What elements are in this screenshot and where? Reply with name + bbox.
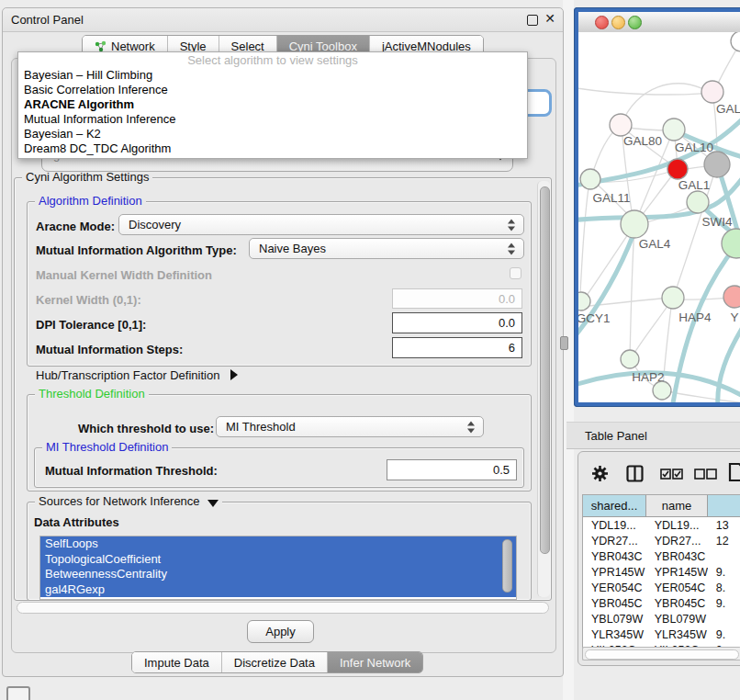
attribute-item[interactable]: BetweennessCentrality — [40, 567, 516, 582]
attribute-item[interactable]: gal4RGexp — [40, 582, 516, 598]
attribute-item[interactable]: TopologicalCoefficient — [40, 552, 516, 568]
mi-threshold-label: Mutual Information Threshold: — [45, 464, 218, 478]
table-row[interactable]: YDL19...YDL19...13 — [583, 517, 740, 533]
mi-type-combo[interactable]: Naive Bayes — [249, 238, 524, 259]
algorithm-option[interactable]: Bayesian – Hill Climbing — [18, 68, 527, 83]
network-window-titlebar[interactable] — [578, 12, 740, 33]
network-node-swi4[interactable] — [687, 191, 709, 213]
algorithm-option[interactable]: Bayesian – K2 — [18, 127, 527, 141]
table-row[interactable]: YBR043CYBR043C — [583, 548, 740, 564]
settings-scrollbar-track[interactable] — [537, 181, 550, 597]
sources-group-title[interactable]: Sources for Network Inference — [35, 494, 222, 508]
network-graph: GALGAL80GAL10GAL1GAL11SWI4GAL4GCY1HAP4YH… — [578, 32, 740, 402]
table-cell: 12 — [708, 535, 740, 548]
table-cell: 9. — [708, 566, 740, 579]
network-node-gal11[interactable] — [580, 169, 600, 189]
mi-threshold-group-title: MI Threshold Definition — [42, 440, 172, 454]
mi-steps-field[interactable]: 6 — [392, 337, 522, 358]
table-cell: YER054C — [583, 581, 646, 594]
attributes-scrollbar-thumb[interactable] — [502, 539, 512, 593]
select-all-checkboxes-icon[interactable] — [660, 469, 683, 480]
network-node-hap2[interactable] — [621, 350, 639, 368]
window-minimize-icon[interactable] — [611, 16, 625, 29]
network-node-hap4[interactable] — [662, 287, 684, 309]
network-node-y[interactable] — [723, 286, 740, 308]
network-node-gal4[interactable] — [621, 210, 648, 238]
table-cell: YDL19... — [583, 519, 646, 532]
attribute-item[interactable]: SelfLoops — [40, 536, 516, 552]
column-header-name[interactable]: name — [646, 495, 708, 516]
table-cell: YBR045C — [583, 597, 646, 610]
network-node[interactable] — [653, 381, 671, 400]
expand-right-icon — [230, 369, 238, 380]
network-node[interactable] — [722, 229, 740, 258]
network-node-gal[interactable] — [701, 81, 723, 103]
restore-panel-icon[interactable] — [6, 686, 30, 700]
network-node[interactable] — [704, 152, 730, 177]
table-cell: 9. — [708, 628, 740, 641]
table-cell: YBR043C — [646, 550, 708, 563]
table-hscrollbar-track[interactable] — [582, 647, 740, 660]
table-cell: YPR145W — [646, 566, 708, 579]
algorithm-option[interactable]: Mutual Information Inference — [18, 112, 527, 127]
dpi-tolerance-field[interactable]: 0.0 — [392, 312, 522, 333]
table-panel-titlebar: Table Panel — [566, 422, 740, 449]
table-row[interactable]: YBL079WYBL079W — [583, 611, 740, 627]
tab-discretize-data[interactable]: Discretize Data — [221, 652, 327, 672]
data-attributes-label: Data Attributes — [34, 515, 119, 529]
table-cell: YPR145W — [583, 566, 646, 579]
settings-hscrollbar[interactable] — [17, 602, 549, 614]
table-row[interactable]: YPR145WYPR145W9. — [583, 564, 740, 580]
tab-impute-data[interactable]: Impute Data — [132, 652, 221, 672]
table-row[interactable]: YDR27...YDR27...12 — [583, 533, 740, 548]
kernel-width-field[interactable]: 0.0 — [392, 288, 522, 309]
algorithm-option[interactable]: ARACNE Algorithm — [18, 97, 527, 112]
which-threshold-value: MI Threshold — [226, 420, 296, 434]
column-header-shared...[interactable]: shared... — [583, 495, 646, 516]
window-close-icon[interactable] — [595, 16, 609, 29]
network-node-gal1[interactable] — [667, 159, 688, 179]
network-edge — [622, 84, 712, 124]
new-table-icon[interactable] — [728, 462, 740, 482]
show-columns-icon[interactable] — [626, 465, 644, 482]
float-panel-icon[interactable] — [527, 15, 538, 26]
algorithm-option[interactable]: Basic Correlation Inference — [18, 83, 527, 97]
close-panel-icon[interactable]: ✕ — [544, 11, 555, 26]
network-node-label: GAL11 — [592, 191, 630, 205]
which-threshold-combo[interactable]: MI Threshold — [216, 416, 484, 437]
network-node-label: GAL4 — [639, 237, 671, 251]
apply-button[interactable]: Apply — [247, 620, 314, 643]
network-node[interactable] — [731, 32, 740, 51]
mi-threshold-field[interactable]: 0.5 — [387, 459, 517, 480]
column-header-cut[interactable] — [708, 495, 740, 516]
window-zoom-icon[interactable] — [628, 16, 642, 29]
combo-arrows-icon — [467, 421, 476, 433]
panel-divider-handle[interactable] — [560, 336, 568, 350]
unselect-all-checkboxes-icon[interactable] — [694, 469, 717, 480]
dpi-tolerance-value: 0.0 — [499, 316, 515, 330]
hub-definition-toggle[interactable]: Hub/Transcription Factor Definition — [36, 368, 238, 382]
cyni-algorithm-settings-title: Cyni Algorithm Settings — [22, 170, 152, 184]
network-node-gal80[interactable] — [610, 114, 632, 136]
network-node-gal10[interactable] — [663, 119, 685, 141]
table-header-row: shared...name — [583, 495, 740, 517]
algorithm-dropdown-popup: Select algorithm to view settings Bayesi… — [17, 51, 528, 159]
network-node-label: SWI4 — [701, 215, 732, 229]
table-row[interactable]: YLR345WYLR345W9. — [583, 627, 740, 642]
table-hscrollbar-thumb[interactable] — [585, 649, 739, 660]
network-node-gcy1[interactable] — [578, 292, 590, 310]
control-panel: Control Panel ✕ NetworkStyleSelectCyni T… — [2, 7, 564, 677]
table-row[interactable]: YER054CYER054C8. — [583, 580, 740, 595]
sources-title-text: Sources for Network Inference — [39, 494, 200, 508]
manual-kernel-checkbox[interactable] — [510, 267, 521, 279]
table-settings-gear-icon[interactable] — [591, 465, 609, 482]
cyni-bottom-tabs: Impute DataDiscretize DataInfer Network — [131, 651, 423, 673]
hub-definition-label: Hub/Transcription Factor Definition — [36, 368, 219, 382]
aracne-mode-combo[interactable]: Discovery — [118, 214, 524, 235]
collapse-down-icon — [207, 500, 219, 507]
settings-scrollbar-thumb[interactable] — [540, 186, 550, 554]
network-canvas[interactable]: GALGAL80GAL10GAL1GAL11SWI4GAL4GCY1HAP4YH… — [578, 32, 740, 402]
tab-infer-network[interactable]: Infer Network — [327, 652, 422, 672]
algorithm-option[interactable]: Dream8 DC_TDC Algorithm — [18, 141, 527, 156]
table-row[interactable]: YBR045CYBR045C9. — [583, 595, 740, 611]
